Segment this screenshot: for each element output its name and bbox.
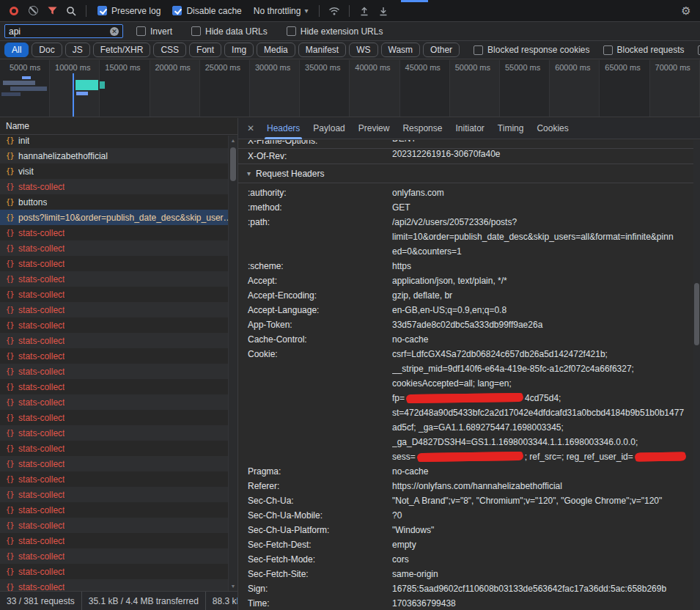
- request-row[interactable]: {}stats-collect: [0, 287, 228, 302]
- request-row[interactable]: {}stats-collect: [0, 317, 228, 333]
- filter-checkbox-blocked-requests[interactable]: Blocked requests: [603, 45, 685, 55]
- request-row[interactable]: {}posts?limit=10&order=publish_date_desc…: [0, 210, 228, 225]
- type-filter-css[interactable]: CSS: [153, 43, 186, 57]
- tab-initiator[interactable]: Initiator: [449, 118, 490, 139]
- throttling-dropdown[interactable]: No throttling ▾: [254, 6, 309, 16]
- hide-extension-urls-checkbox[interactable]: Hide extension URLs: [287, 26, 383, 37]
- filter-checkbox-blocked-response-cookies[interactable]: Blocked response cookies: [474, 45, 589, 55]
- request-row[interactable]: {}init: [0, 136, 228, 148]
- script-file-icon: {}: [6, 152, 14, 160]
- waterfall-bar: [100, 81, 105, 89]
- scrollbar-thumb[interactable]: [230, 147, 236, 181]
- request-row[interactable]: {}stats-collect: [0, 379, 228, 394]
- headers-content: X-Frame-Options: DENY X-Of-Rev: 20231226…: [238, 140, 693, 610]
- filter-toggle-button[interactable]: [43, 2, 62, 20]
- clear-network-log-button[interactable]: [23, 2, 43, 20]
- details-scrollbar[interactable]: [693, 140, 700, 610]
- request-row[interactable]: {}stats-collect: [0, 333, 228, 348]
- request-row[interactable]: {}stats-collect: [0, 348, 228, 364]
- request-row[interactable]: {}stats-collect: [0, 394, 228, 410]
- request-row[interactable]: {}stats-collect: [0, 364, 228, 379]
- request-row[interactable]: {}stats-collect: [0, 225, 228, 240]
- request-row[interactable]: {}stats-collect: [0, 518, 228, 533]
- type-filter-fetch-xhr[interactable]: Fetch/XHR: [93, 43, 151, 57]
- type-filter-manifest[interactable]: Manifest: [298, 43, 346, 57]
- header-value-line: onlyfans.com: [392, 185, 693, 200]
- header-row: X-Of-Rev: 202312261916-30670fa40e: [238, 149, 693, 164]
- tab-cookies[interactable]: Cookies: [530, 118, 575, 139]
- request-row[interactable]: {}stats-collect: [0, 410, 228, 425]
- header-row: Cache-Control:no-cache: [238, 332, 693, 347]
- header-name: App-Token:: [238, 317, 392, 332]
- disable-cache-checkbox[interactable]: Disable cache: [172, 6, 241, 16]
- request-row[interactable]: {}stats-collect: [0, 302, 228, 317]
- request-headers-section-header[interactable]: ▾ Request Headers: [238, 164, 693, 183]
- clear-filter-icon[interactable]: ✕: [110, 27, 119, 36]
- header-value-line: /api2/v2/users/20572336/posts?: [392, 215, 693, 229]
- type-filter-js[interactable]: JS: [65, 43, 90, 57]
- request-row[interactable]: {}buttons: [0, 194, 228, 210]
- request-row[interactable]: {}stats-collect: [0, 502, 228, 518]
- name-column-header[interactable]: Name: [0, 118, 237, 135]
- filter-checkbox-3rd-party-requests[interactable]: 3rd-party requests: [698, 45, 700, 55]
- network-filter-input[interactable]: api ✕: [4, 24, 123, 38]
- request-row[interactable]: {}stats-collect: [0, 240, 228, 256]
- scroll-up-icon[interactable]: ▲: [229, 138, 237, 143]
- request-row[interactable]: {}stats-collect: [0, 548, 228, 564]
- settings-button[interactable]: ⚙: [677, 2, 696, 20]
- request-list-scrollbar[interactable]: ▲ ▼: [228, 136, 237, 591]
- export-har-button[interactable]: [374, 2, 393, 20]
- hide-data-urls-checkbox[interactable]: Hide data URLs: [191, 26, 268, 37]
- header-name: Sec-Fetch-Mode:: [238, 552, 392, 567]
- type-filter-other[interactable]: Other: [423, 43, 460, 57]
- preserve-log-checkbox[interactable]: Preserve log: [97, 6, 161, 16]
- type-filter-font[interactable]: Font: [189, 43, 221, 57]
- search-button[interactable]: [62, 2, 81, 20]
- throttling-value: No throttling: [254, 6, 301, 16]
- request-row[interactable]: {}stats-collect: [0, 425, 228, 441]
- header-name: Cookie:: [238, 347, 392, 464]
- tab-payload[interactable]: Payload: [306, 118, 351, 139]
- type-filter-media[interactable]: Media: [257, 43, 295, 57]
- type-filter-ws[interactable]: WS: [349, 43, 377, 57]
- request-row[interactable]: {}stats-collect: [0, 456, 228, 471]
- request-row[interactable]: {}stats-collect: [0, 471, 228, 487]
- tab-response[interactable]: Response: [396, 118, 449, 139]
- close-details-icon[interactable]: ✕: [241, 123, 260, 133]
- network-overview-timeline[interactable]: 5000 ms10000 ms15000 ms20000 ms25000 ms3…: [0, 60, 700, 117]
- request-row[interactable]: {}stats-collect: [0, 179, 228, 194]
- import-har-button[interactable]: [355, 2, 374, 20]
- request-row[interactable]: {}stats-collect: [0, 487, 228, 502]
- request-row[interactable]: {}stats-collect: [0, 564, 228, 579]
- request-name: buttons: [18, 197, 47, 207]
- tab-preview[interactable]: Preview: [352, 118, 397, 139]
- request-row[interactable]: {}stats-collect: [0, 271, 228, 287]
- timeline-column: 15000 ms: [100, 60, 150, 117]
- tab-timing[interactable]: Timing: [491, 118, 531, 139]
- header-value: onlyfans.com: [392, 185, 693, 200]
- network-conditions-button[interactable]: [325, 2, 344, 20]
- scrollbar-thumb[interactable]: [694, 283, 699, 345]
- request-row[interactable]: {}visit: [0, 163, 228, 179]
- invert-checkbox[interactable]: Invert: [136, 26, 172, 37]
- request-row[interactable]: {}stats-collect: [0, 579, 228, 591]
- request-row[interactable]: {}stats-collect: [0, 256, 228, 271]
- scroll-down-icon[interactable]: ▼: [229, 584, 237, 589]
- request-name: stats-collect: [18, 505, 65, 515]
- request-row[interactable]: {}hannahelizabethofficial: [0, 148, 228, 163]
- record-network-log-button[interactable]: [4, 2, 23, 20]
- checkbox-unchecked-icon: [287, 26, 296, 36]
- request-row[interactable]: {}stats-collect: [0, 533, 228, 548]
- header-value: same-origin: [392, 567, 693, 581]
- header-value-text: no-cache: [392, 334, 428, 345]
- header-value-line: _ga_D4827DS3H4=GS1.1.1698003344.1.1.1698…: [392, 435, 693, 449]
- failed-request-icon: {}: [6, 321, 14, 329]
- request-row[interactable]: {}stats-collect: [0, 441, 228, 456]
- type-filter-wasm[interactable]: Wasm: [381, 43, 421, 57]
- checkbox-label: Blocked requests: [617, 45, 685, 55]
- type-filter-doc[interactable]: Doc: [32, 43, 62, 57]
- type-filter-img[interactable]: Img: [224, 43, 254, 57]
- timeline-column: 60000 ms: [550, 60, 600, 117]
- type-filter-all[interactable]: All: [4, 43, 29, 57]
- tab-headers[interactable]: Headers: [260, 118, 306, 139]
